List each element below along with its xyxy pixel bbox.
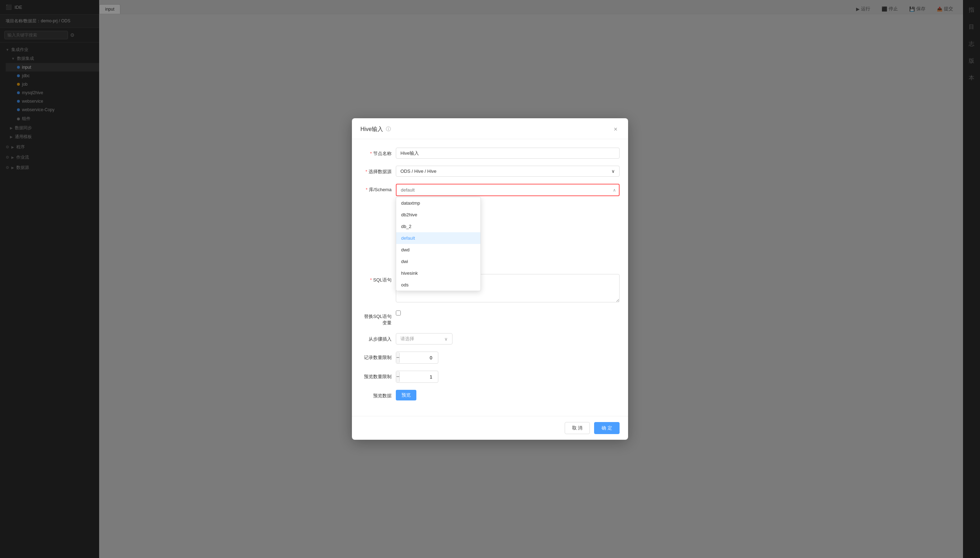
schema-field-container: ∧ dataxtmp db2hive db_2 [396, 184, 619, 196]
records-stepper: − + [396, 351, 438, 364]
preview-decrease-button[interactable]: − [396, 371, 399, 382]
step-label: 从步骤插入 [361, 333, 396, 342]
replace-field [396, 310, 619, 315]
datasource-select[interactable]: ODS / Hive / Hive ∨ [396, 166, 619, 177]
node-name-label: 节点名称 [361, 148, 396, 157]
dialog-body: 节点名称 选择数据源 ODS / Hive / Hive ∨ 库/Schema [352, 139, 628, 416]
preview-limit-label: 预览数量限制 [361, 371, 396, 380]
preview-button[interactable]: 预览 [396, 390, 416, 400]
help-icon[interactable]: ⓘ [386, 126, 391, 133]
dialog: Hive输入 ⓘ × 节点名称 选择数据源 ODS / Hive / Hive [352, 118, 628, 440]
node-name-input[interactable] [396, 148, 619, 159]
records-input[interactable] [399, 353, 438, 363]
replace-checkbox[interactable] [396, 310, 401, 315]
preview-stepper: − + [396, 371, 438, 383]
form-row-step: 从步骤插入 请选择 ∨ [361, 333, 619, 345]
form-row-replace: 替换SQL语句变量 [361, 310, 619, 326]
step-chevron-icon: ∨ [444, 336, 448, 342]
form-row-node-name: 节点名称 [361, 148, 619, 159]
dialog-close-button[interactable]: × [611, 125, 619, 133]
form-row-preview-data: 预览数据 预览 [361, 390, 619, 400]
step-placeholder: 请选择 [400, 336, 414, 342]
dialog-header: Hive输入 ⓘ × [352, 118, 628, 139]
records-limit-label: 记录数量限制 [361, 351, 396, 361]
dropdown-item-hivesink[interactable]: hivesink [396, 268, 480, 279]
preview-limit-field: − + [396, 371, 619, 383]
dialog-title-text: Hive输入 [361, 126, 383, 133]
step-field: 请选择 ∨ [396, 333, 619, 345]
form-row-schema: 库/Schema ∧ dataxtmp db [361, 184, 619, 196]
schema-input[interactable] [399, 186, 613, 194]
confirm-button[interactable]: 确 定 [594, 422, 619, 434]
schema-chevron-up-icon: ∧ [613, 188, 616, 193]
datasource-value: ODS / Hive / Hive [400, 169, 436, 174]
dropdown-item-db2[interactable]: db_2 [396, 221, 480, 232]
dropdown-item-dwi[interactable]: dwi [396, 256, 480, 268]
chevron-down-icon: ∨ [611, 169, 615, 174]
preview-data-field: 预览 [396, 390, 619, 400]
cancel-button[interactable]: 取 消 [565, 422, 590, 434]
sql-label: SQL语句 [361, 274, 396, 283]
dialog-footer: 取 消 确 定 [352, 416, 628, 440]
preview-data-label: 预览数据 [361, 390, 396, 399]
datasource-field: ODS / Hive / Hive ∨ [396, 166, 619, 177]
preview-input[interactable] [399, 372, 438, 382]
dialog-title: Hive输入 ⓘ [361, 126, 391, 133]
schema-dropdown: dataxtmp db2hive db_2 default [396, 197, 481, 291]
records-decrease-button[interactable]: − [396, 352, 399, 363]
dropdown-item-db2hive[interactable]: db2hive [396, 209, 480, 221]
replace-label: 替换SQL语句变量 [361, 310, 396, 326]
dropdown-item-ods[interactable]: ods [396, 279, 480, 290]
dropdown-item-default[interactable]: default [396, 232, 480, 244]
modal-overlay[interactable]: Hive输入 ⓘ × 节点名称 选择数据源 ODS / Hive / Hive [0, 0, 980, 558]
schema-field: ∧ dataxtmp db2hive db_2 [396, 184, 619, 196]
records-limit-field: − + [396, 351, 619, 364]
schema-label: 库/Schema [361, 184, 396, 193]
form-row-preview-limit: 预览数量限制 − + [361, 371, 619, 383]
step-select[interactable]: 请选择 ∨ [396, 333, 452, 345]
node-name-field [396, 148, 619, 159]
schema-input-wrapper: ∧ [396, 184, 619, 196]
form-row-datasource: 选择数据源 ODS / Hive / Hive ∨ [361, 166, 619, 177]
datasource-label: 选择数据源 [361, 166, 396, 175]
dropdown-item-dataxtmp[interactable]: dataxtmp [396, 197, 480, 209]
form-row-records-limit: 记录数量限制 − + [361, 351, 619, 364]
dropdown-item-dwd[interactable]: dwd [396, 244, 480, 256]
